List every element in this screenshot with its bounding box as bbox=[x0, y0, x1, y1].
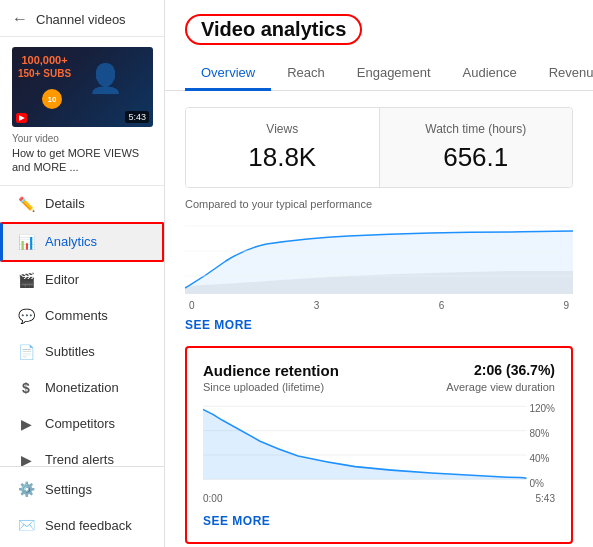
sidebar-item-analytics[interactable]: 📊 Analytics bbox=[0, 222, 164, 262]
subtitles-icon: 📄 bbox=[17, 343, 35, 361]
y-label-120: 120% bbox=[529, 403, 555, 414]
watch-time-value: 656.1 bbox=[400, 142, 553, 173]
y-label-80: 80% bbox=[529, 428, 555, 439]
tab-overview[interactable]: Overview bbox=[185, 57, 271, 91]
sidebar-item-settings[interactable]: ⚙️ Settings bbox=[0, 471, 164, 507]
monetization-label: Monetization bbox=[45, 380, 119, 395]
sidebar-title: Channel videos bbox=[36, 12, 126, 27]
x-label-6: 6 bbox=[439, 300, 445, 311]
sidebar-item-competitors[interactable]: ▶ Competitors bbox=[0, 406, 164, 442]
video-duration: 5:43 bbox=[125, 111, 149, 123]
retention-header: Audience retention 2:06 (36.7%) bbox=[203, 362, 555, 379]
views-label: Views bbox=[206, 122, 359, 136]
main-content: Video analytics Overview Reach Engagemen… bbox=[165, 0, 593, 547]
sidebar-item-send-feedback[interactable]: ✉️ Send feedback bbox=[0, 507, 164, 543]
retention-chart: 120% 80% 40% 0% bbox=[203, 401, 555, 491]
sidebar-item-subtitles[interactable]: 📄 Subtitles bbox=[0, 334, 164, 370]
y-label-40: 40% bbox=[529, 453, 555, 464]
trend-alerts-icon: ▶ bbox=[17, 451, 35, 466]
watch-time-label: Watch time (hours) bbox=[400, 122, 553, 136]
sidebar-item-comments[interactable]: 💬 Comments bbox=[0, 298, 164, 334]
monetization-icon: $ bbox=[17, 379, 35, 397]
video-thumb-overlay-text: 100,000+ 150+ SUBS bbox=[18, 53, 71, 80]
sidebar-item-details[interactable]: ✏️ Details bbox=[0, 186, 164, 222]
trend-alerts-label: Trend alerts bbox=[45, 452, 114, 466]
sidebar-item-monetization[interactable]: $ Monetization bbox=[0, 370, 164, 406]
sidebar: ← Channel videos 100,000+ 150+ SUBS ▶ 👤 … bbox=[0, 0, 165, 547]
retention-stat: 2:06 (36.7%) bbox=[474, 362, 555, 378]
comparison-text: Compared to your typical performance bbox=[185, 198, 573, 210]
metrics-row: Views 18.8K Watch time (hours) 656.1 bbox=[185, 107, 573, 188]
send-feedback-icon: ✉️ bbox=[17, 516, 35, 534]
sidebar-bottom: ⚙️ Settings ✉️ Send feedback bbox=[0, 466, 164, 547]
details-label: Details bbox=[45, 196, 85, 211]
competitors-label: Competitors bbox=[45, 416, 115, 431]
chart-x-labels: 0 3 6 9 bbox=[185, 300, 573, 311]
comments-label: Comments bbox=[45, 308, 108, 323]
main-header: Video analytics Overview Reach Engagemen… bbox=[165, 0, 593, 91]
settings-label: Settings bbox=[45, 482, 92, 497]
main-body: Views 18.8K Watch time (hours) 656.1 Com… bbox=[165, 91, 593, 547]
retention-x-labels: 0:00 5:43 bbox=[203, 493, 555, 504]
overview-chart bbox=[185, 216, 573, 296]
retention-y-labels: 120% 80% 40% 0% bbox=[529, 401, 555, 491]
retention-subtitle: Since uploaded (lifetime) bbox=[203, 381, 324, 393]
youtube-logo: ▶ bbox=[16, 113, 27, 123]
person-icon: 👤 bbox=[88, 62, 123, 95]
retention-chart-wrapper: 120% 80% 40% 0% 0:00 5:43 bbox=[203, 401, 555, 504]
editor-icon: 🎬 bbox=[17, 271, 35, 289]
x-label-3: 3 bbox=[314, 300, 320, 311]
back-arrow-icon[interactable]: ← bbox=[12, 10, 28, 28]
see-more-link[interactable]: SEE MORE bbox=[185, 318, 252, 332]
metric-watch-time: Watch time (hours) 656.1 bbox=[380, 108, 573, 187]
page-title: Video analytics bbox=[185, 14, 362, 45]
comments-icon: 💬 bbox=[17, 307, 35, 325]
video-info: Your video How to get MORE VIEWS and MOR… bbox=[12, 127, 152, 175]
video-thumbnail[interactable]: 100,000+ 150+ SUBS ▶ 👤 10 5:43 bbox=[12, 47, 153, 127]
subtitles-label: Subtitles bbox=[45, 344, 95, 359]
tab-audience[interactable]: Audience bbox=[447, 57, 533, 91]
send-feedback-label: Send feedback bbox=[45, 518, 132, 533]
badge-10: 10 bbox=[42, 89, 62, 109]
sidebar-header: ← Channel videos bbox=[0, 0, 164, 37]
retention-stat-label: Average view duration bbox=[446, 381, 555, 401]
y-label-0: 0% bbox=[529, 478, 555, 489]
x-label-9: 9 bbox=[563, 300, 569, 311]
x-label-end: 5:43 bbox=[536, 493, 555, 504]
metric-views: Views 18.8K bbox=[186, 108, 380, 187]
x-label-start: 0:00 bbox=[203, 493, 222, 504]
retention-card: Audience retention 2:06 (36.7%) Since up… bbox=[185, 346, 573, 544]
see-more-retention-link[interactable]: SEE MORE bbox=[203, 514, 270, 528]
details-icon: ✏️ bbox=[17, 195, 35, 213]
competitors-icon: ▶ bbox=[17, 415, 35, 433]
video-thumbnail-section: 100,000+ 150+ SUBS ▶ 👤 10 5:43 Your vide… bbox=[0, 37, 164, 186]
tabs-bar: Overview Reach Engagement Audience Reven… bbox=[185, 57, 573, 90]
settings-icon: ⚙️ bbox=[17, 480, 35, 498]
views-value: 18.8K bbox=[206, 142, 359, 173]
editor-label: Editor bbox=[45, 272, 79, 287]
tab-engagement[interactable]: Engagement bbox=[341, 57, 447, 91]
analytics-icon: 📊 bbox=[17, 233, 35, 251]
sidebar-item-editor[interactable]: 🎬 Editor bbox=[0, 262, 164, 298]
x-label-0: 0 bbox=[189, 300, 195, 311]
video-title: How to get MORE VIEWS and MORE ... bbox=[12, 146, 152, 175]
analytics-label: Analytics bbox=[45, 234, 97, 249]
sidebar-nav: ✏️ Details 📊 Analytics 🎬 Editor 💬 Commen… bbox=[0, 186, 164, 466]
your-video-label: Your video bbox=[12, 133, 152, 144]
tab-revenue[interactable]: Revenue bbox=[533, 57, 593, 91]
sidebar-item-trend-alerts[interactable]: ▶ Trend alerts bbox=[0, 442, 164, 466]
tab-reach[interactable]: Reach bbox=[271, 57, 341, 91]
retention-title: Audience retention bbox=[203, 362, 339, 379]
